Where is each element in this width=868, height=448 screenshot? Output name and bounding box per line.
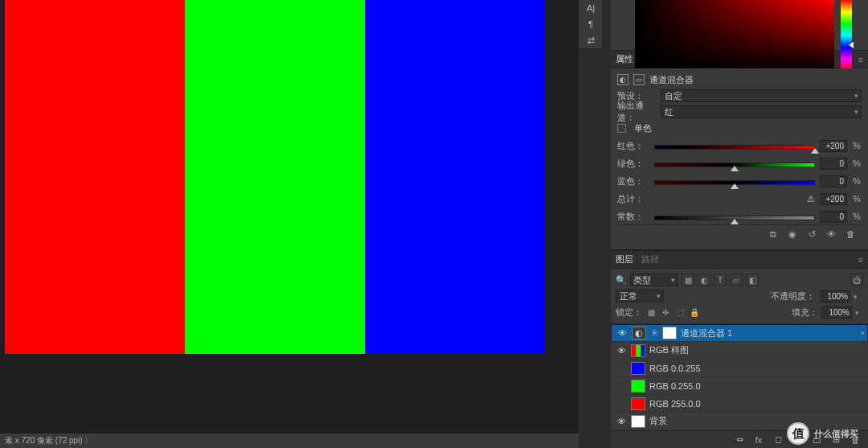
fill-value[interactable]: 100% [821, 306, 852, 319]
visibility-toggle-icon[interactable]: 👁 [616, 346, 627, 356]
link-icon: ⎘ [650, 329, 658, 337]
view-previous-icon[interactable]: ◉ [786, 228, 799, 240]
opacity-value[interactable]: 100% [820, 290, 850, 302]
filter-adjust-icon[interactable]: ◐ [698, 273, 710, 286]
clip-to-layer-icon[interactable]: ⧉ [767, 228, 780, 240]
layer-thumb-icon[interactable] [631, 415, 645, 428]
status-bar: 素 x 720 像素 (72 ppi) 〉 [0, 434, 579, 448]
layer-name[interactable]: 通道混合器 1 [681, 327, 862, 339]
adjustment-thumb-icon: ◐ [632, 327, 646, 339]
visibility-toggle-icon[interactable]: 👁 [616, 364, 627, 373]
tab-layers[interactable]: 图层 [616, 253, 633, 265]
constant-value[interactable]: 0 [820, 211, 847, 223]
type-tool-icon[interactable]: A| [579, 0, 603, 16]
tab-paths[interactable]: 路径 [641, 253, 659, 265]
layers-panel: 图层 路径 ≡ 🔍 类型 ▦ ◐ T ▱ ◧ ⏻ 正常 不透明度： [611, 250, 868, 448]
panel-menu-icon[interactable]: ≡ [858, 55, 863, 64]
layer-row[interactable]: 👁RGB 0.0.255 [611, 360, 868, 377]
filter-toggle-icon[interactable]: ⏻ [850, 273, 863, 286]
monochrome-checkbox[interactable] [617, 124, 626, 133]
green-slider[interactable] [654, 158, 815, 169]
blend-mode-select[interactable]: 正常 [616, 290, 664, 302]
layers-header: 图层 路径 ≡ [611, 251, 868, 269]
color-picker-panel [611, 0, 868, 51]
warning-icon: ⚠ [807, 194, 815, 204]
output-channel-select[interactable]: 红 [661, 105, 862, 118]
opacity-label: 不透明度： [771, 290, 815, 302]
monochrome-label: 单色 [634, 122, 652, 134]
visibility-toggle-icon[interactable]: 👁 [616, 417, 627, 426]
red-stripe [5, 0, 185, 354]
green-label: 绿色： [617, 158, 649, 170]
red-slider[interactable] [654, 140, 815, 151]
red-value[interactable]: +200 [820, 140, 847, 152]
watermark: 值 什么值得买 [787, 422, 858, 445]
mask-icon: ▭ [633, 74, 645, 85]
blue-slider[interactable] [654, 175, 815, 187]
lock-all-icon[interactable]: 🔒 [689, 306, 700, 318]
paragraph-icon[interactable]: ¶ [579, 16, 603, 32]
reset-icon[interactable]: ↺ [805, 228, 818, 240]
hue-slider[interactable] [841, 0, 852, 71]
search-icon[interactable]: 🔍 [616, 275, 627, 286]
visibility-toggle-icon[interactable]: 👁 [616, 328, 628, 338]
layer-thumb-icon[interactable] [631, 380, 645, 393]
link-layers-icon[interactable]: ⇔ [733, 434, 746, 445]
hue-cursor-icon [849, 42, 854, 48]
lock-label: 锁定： [616, 306, 642, 319]
layer-thumb-icon[interactable] [631, 397, 645, 410]
options-icon[interactable]: ⇄ [579, 32, 603, 48]
filter-type-icon[interactable]: T [714, 273, 727, 286]
layer-style-icon[interactable]: fx [752, 435, 765, 445]
properties-footer: ⧉ ◉ ↺ 👁 🗑 [617, 224, 862, 243]
color-field[interactable] [635, 0, 834, 71]
layer-thumb-icon[interactable] [631, 344, 645, 357]
document-canvas[interactable] [5, 0, 545, 354]
layer-row[interactable]: 👁RGB 0.255.0 [611, 377, 868, 395]
red-label: 红色： [617, 140, 649, 152]
output-channel-label: 输出通道： [617, 100, 656, 124]
mask-thumb-icon[interactable] [662, 327, 677, 339]
watermark-text: 什么值得买 [814, 428, 858, 440]
tab-properties[interactable]: 属性 [616, 53, 633, 65]
adjustment-type-icon: ◐ [617, 74, 628, 85]
lock-position-icon[interactable]: ✜ [660, 306, 671, 318]
visibility-toggle-icon[interactable]: 👁 [616, 381, 627, 391]
layer-thumb-icon[interactable] [631, 362, 645, 375]
lock-pixels-icon[interactable]: ▦ [645, 306, 657, 318]
preset-select[interactable]: 自定 [661, 89, 862, 102]
lock-artboard-icon[interactable]: ⬚ [674, 306, 686, 318]
filter-smart-icon[interactable]: ◧ [746, 273, 759, 286]
visibility-toggle-icon[interactable]: 👁 [616, 399, 627, 409]
filter-shape-icon[interactable]: ▱ [730, 273, 743, 286]
constant-slider[interactable] [654, 211, 815, 222]
add-mask-icon[interactable]: ◻ [772, 434, 784, 445]
blue-label: 蓝色： [617, 175, 649, 187]
blue-value[interactable]: 0 [820, 175, 847, 187]
adjustment-title: 通道混合器 [649, 74, 694, 86]
blue-stripe [365, 0, 545, 354]
total-value: +200 [820, 193, 847, 205]
layer-row[interactable]: 👁RGB 255.0.0 [611, 395, 868, 413]
layer-name[interactable]: RGB 0.0.255 [649, 364, 863, 373]
layer-name[interactable]: RGB 0.255.0 [649, 381, 863, 391]
layer-list: 👁◐⎘通道混合器 1👁RGB 样图👁RGB 0.0.255👁RGB 0.255.… [611, 324, 868, 430]
layer-row[interactable]: 👁RGB 样图 [611, 342, 868, 360]
collapsed-tool-strip: A| ¶ ⇄ [579, 0, 603, 48]
layer-filter-select[interactable]: 类型 [630, 273, 678, 286]
layer-name[interactable]: RGB 样图 [649, 344, 863, 356]
watermark-badge-icon: 值 [787, 422, 809, 445]
green-value[interactable]: 0 [820, 158, 847, 170]
filter-pixel-icon[interactable]: ▦ [682, 273, 694, 286]
canvas-area[interactable]: 素 x 720 像素 (72 ppi) 〉 [0, 0, 579, 448]
green-stripe [185, 0, 365, 354]
layer-row[interactable]: 👁◐⎘通道混合器 1 [611, 324, 868, 342]
toggle-visibility-icon[interactable]: 👁 [825, 228, 837, 240]
properties-panel: 属性 调整 ≡ ◐ ▭ 通道混合器 预设： 自定 输出通道： 红 单色 [611, 51, 868, 250]
delete-adjustment-icon[interactable]: 🗑 [844, 228, 857, 240]
fill-label: 填充： [792, 306, 818, 319]
total-label: 总计： [617, 193, 649, 205]
layer-name[interactable]: RGB 255.0.0 [649, 399, 863, 409]
panel-menu-icon[interactable]: ≡ [858, 255, 863, 265]
right-panels: 属性 调整 ≡ ◐ ▭ 通道混合器 预设： 自定 输出通道： 红 单色 [611, 0, 868, 448]
